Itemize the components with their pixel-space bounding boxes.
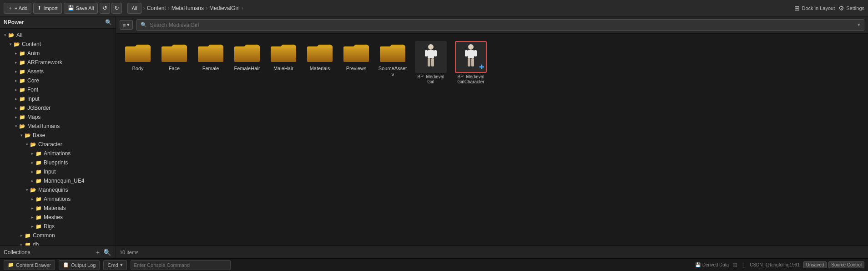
- cmd-dropdown-icon: ▾: [120, 262, 123, 268]
- sidebar-item-blueprints[interactable]: ▸ 📁 Blueprints: [0, 158, 116, 167]
- folder-item-body[interactable]: Body: [121, 39, 154, 86]
- folder-name: Previews: [346, 66, 367, 71]
- search-input[interactable]: [150, 22, 858, 28]
- folder-thumb: [269, 41, 298, 65]
- add-button[interactable]: ＋ + Add: [4, 3, 31, 14]
- sidebar-item-mannequins[interactable]: ▾ 📂 Mannequins: [0, 185, 116, 194]
- sidebar-search-icon[interactable]: 🔍: [105, 19, 112, 26]
- folder-icon: 📁: [25, 233, 31, 239]
- folder-thumb: [232, 41, 262, 65]
- save-all-button[interactable]: 💾 Save All: [64, 3, 98, 14]
- undo-button[interactable]: ↺: [100, 3, 110, 14]
- collections-add-button[interactable]: +: [95, 249, 101, 256]
- collections-search-button[interactable]: 🔍: [102, 249, 112, 256]
- folder-grid: Body Face: [116, 34, 868, 245]
- tree-arrow: ▾: [18, 133, 25, 138]
- status-icons: ⊞ ⋮: [732, 261, 746, 268]
- svg-rect-9: [271, 46, 296, 62]
- cmd-tab[interactable]: Cmd ▾: [103, 260, 126, 270]
- folder-icon: 📁: [35, 215, 42, 220]
- asset-item-bp_medieval_girl[interactable]: BP_Medieval Girl: [413, 39, 449, 86]
- sidebar-item-rigs[interactable]: ▸ 📁 Rigs: [0, 222, 116, 231]
- search-dropdown-icon[interactable]: ▾: [858, 22, 860, 28]
- tree-arrow: ▸: [13, 115, 19, 119]
- sidebar-item-meshes[interactable]: ▸ 📁 Meshes: [0, 213, 116, 222]
- tree-arrow: ▸: [29, 160, 35, 165]
- breadcrumb: All › Content › MetaHumans › MedievalGir…: [127, 3, 792, 14]
- sidebar-item-input[interactable]: ▸ 📁 Input: [0, 94, 116, 103]
- sidebar-item-core[interactable]: ▸ 📁 Core: [0, 76, 116, 85]
- asset-name: BP_Medieval GirlCharacter: [454, 74, 487, 84]
- sidebar-item-content[interactable]: ▾ 📂 Content: [0, 40, 116, 49]
- svg-rect-17: [428, 50, 434, 58]
- sidebar-item-input2[interactable]: ▸ 📁 Input: [0, 167, 116, 176]
- dock-layout-button[interactable]: ⊞ Dock in Layout: [794, 5, 835, 12]
- sidebar-tree[interactable]: ▾ 📂 All ▾ 📂 Content ▸ 📁 Anim ▸ 📁 ARFrame…: [0, 29, 116, 245]
- collections-bar: Collections + 🔍: [0, 245, 116, 258]
- sidebar-item-anim[interactable]: ▸ 📁 Anim: [0, 49, 116, 58]
- folder-item-materials[interactable]: Materials: [303, 39, 336, 86]
- folder-item-face[interactable]: Face: [158, 39, 191, 86]
- folder-item-sourceassets[interactable]: SourceAssets: [376, 39, 409, 86]
- svg-rect-1: [125, 46, 151, 62]
- asset-thumb: ✚: [455, 41, 487, 73]
- tree-label: Materials: [44, 205, 66, 211]
- derived-data-label: Derived Data: [702, 262, 729, 267]
- sidebar-item-materials[interactable]: ▸ 📁 Materials: [0, 204, 116, 213]
- tree-arrow: ▸: [13, 87, 19, 92]
- tree-label: Assets: [27, 68, 44, 75]
- add-icon: ＋: [8, 5, 13, 11]
- sidebar-item-jgborder[interactable]: ▸ 📁 JGBorder: [0, 103, 116, 112]
- folder-svg: [380, 43, 405, 63]
- search-box: 🔍 ▾: [136, 19, 864, 31]
- sidebar-item-base[interactable]: ▾ 📂 Base: [0, 131, 116, 140]
- sidebar-item-font[interactable]: ▸ 📁 Font: [0, 85, 116, 94]
- folder-item-previews[interactable]: Previews: [340, 39, 373, 86]
- folder-item-femalehair[interactable]: FemaleHair: [231, 39, 263, 86]
- settings-button[interactable]: ⚙ Settings: [838, 5, 864, 12]
- console-input[interactable]: [131, 262, 230, 268]
- dock-icon: ⊞: [794, 5, 800, 12]
- source-control-button[interactable]: Source Control: [828, 261, 864, 268]
- sidebar-item-man_animations[interactable]: ▸ 📁 Animations: [0, 194, 116, 204]
- tree-label: Animations: [44, 196, 71, 202]
- import-icon: ⬆: [37, 5, 41, 11]
- folder-item-malehair[interactable]: MaleHair: [267, 39, 300, 86]
- derived-data[interactable]: 💾 Derived Data: [695, 262, 729, 267]
- status-icon-1[interactable]: ⊞: [732, 261, 737, 268]
- asset-item-bp_medieval_girl_character[interactable]: ✚ BP_Medieval GirlCharacter: [453, 39, 489, 86]
- tree-arrow: ▾: [2, 33, 8, 37]
- sidebar-item-mannequin_ue4[interactable]: ▸ 📁 Mannequin_UE4: [0, 176, 116, 185]
- tree-label: Anim: [27, 50, 40, 56]
- output-log-tab[interactable]: 📋 Output Log: [59, 260, 100, 270]
- tree-arrow: ▸: [29, 206, 35, 210]
- sidebar-header: NPower 🔍: [0, 16, 116, 29]
- sidebar-item-arframework[interactable]: ▸ 📁 ARFramework: [0, 58, 116, 67]
- filter-button[interactable]: ≡ ▾: [120, 20, 133, 30]
- bottom-bar: 10 items: [116, 245, 868, 258]
- sidebar-title: NPower: [4, 19, 24, 26]
- sidebar-item-dh[interactable]: ▸ 📁 dh: [0, 240, 116, 245]
- status-icon-2[interactable]: ⋮: [740, 261, 746, 268]
- breadcrumb-metahumans[interactable]: MetaHumans: [172, 5, 204, 11]
- breadcrumb-medievalgirl[interactable]: MedievalGirl: [209, 5, 240, 11]
- all-breadcrumb[interactable]: All: [127, 3, 141, 14]
- collections-label[interactable]: Collections: [4, 249, 30, 256]
- sidebar-item-all[interactable]: ▾ 📂 All: [0, 31, 116, 40]
- source-unsaved-button[interactable]: Unsaved: [803, 261, 827, 268]
- sidebar-item-animations[interactable]: ▸ 📁 Animations: [0, 149, 116, 158]
- folder-icon: 📁: [19, 51, 25, 56]
- folder-item-female[interactable]: Female: [194, 39, 227, 86]
- import-button[interactable]: ⬆ Import: [33, 3, 61, 14]
- breadcrumb-content[interactable]: Content: [147, 5, 166, 11]
- sidebar-item-common[interactable]: ▸ 📁 Common: [0, 231, 116, 240]
- sidebar-item-character[interactable]: ▾ 📂 Character: [0, 140, 116, 149]
- cmd-label: Cmd: [107, 262, 118, 268]
- sidebar-item-maps[interactable]: ▸ 📁 Maps: [0, 112, 116, 122]
- tree-arrow: ▸: [18, 242, 25, 245]
- content-drawer-label: Content Drawer: [16, 262, 51, 268]
- content-drawer-tab[interactable]: 📁 Content Drawer: [4, 260, 55, 270]
- sidebar-item-metahumans[interactable]: ▾ 📂 MetaHumans: [0, 122, 116, 131]
- sidebar-item-assets[interactable]: ▸ 📁 Assets: [0, 67, 116, 76]
- redo-button[interactable]: ↻: [111, 3, 122, 14]
